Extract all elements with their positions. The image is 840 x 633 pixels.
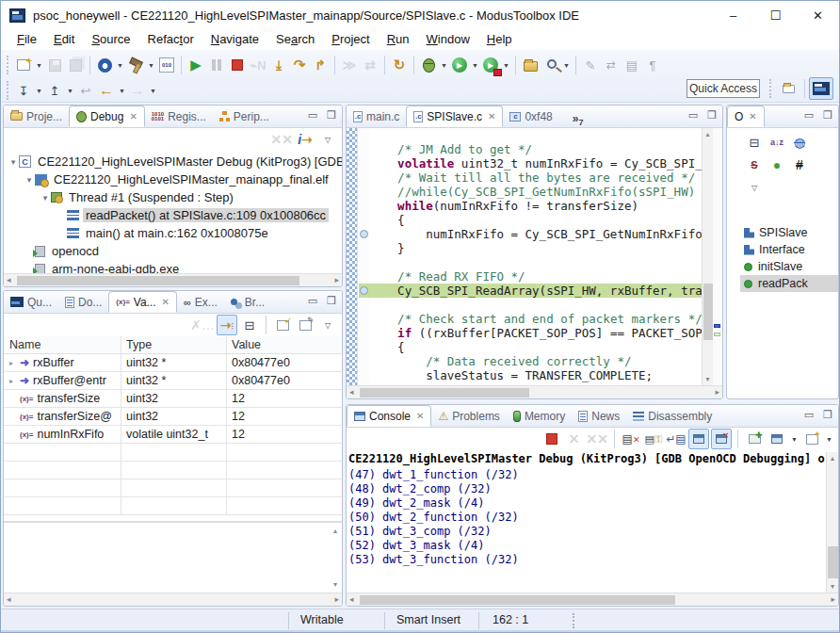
- debug-minimize-icon[interactable]: ▭: [306, 109, 319, 122]
- editor-gutter[interactable]: [359, 128, 369, 385]
- menu-help[interactable]: Help: [478, 30, 521, 49]
- variables-panel-hscrollbar[interactable]: ◂ ▸: [4, 592, 342, 606]
- outline-minimize-icon[interactable]: ▭: [802, 109, 816, 122]
- show-stdout-icon[interactable]: [688, 429, 709, 449]
- prev-annotation-dropdown-icon[interactable]: ▼: [65, 80, 75, 101]
- step-into-icon[interactable]: ⤓: [268, 55, 289, 75]
- code-line[interactable]: slaveStatus = TRANSFER_COMPLETE;: [369, 368, 702, 382]
- console-vscrollbar[interactable]: ▴ ▾: [826, 452, 838, 592]
- maximize-button[interactable]: ☐: [754, 1, 797, 29]
- editor-maximize-icon[interactable]: ❒: [705, 109, 719, 122]
- view-menu-icon[interactable]: ▽: [317, 315, 338, 335]
- editor-hscrollbar[interactable]: ◂ ▸: [347, 385, 722, 398]
- menu-source[interactable]: Source: [83, 30, 138, 49]
- debug-tab-regis[interactable]: 10100101Regis...: [145, 106, 213, 127]
- debug-maximize-icon[interactable]: ❒: [325, 109, 338, 122]
- collapse-all-icon[interactable]: ⊟: [744, 132, 765, 153]
- code-line[interactable]: /* Check start and end of packet markers…: [369, 312, 702, 326]
- back-icon[interactable]: ←: [96, 80, 117, 101]
- debug-tab-perip[interactable]: Perip...: [213, 106, 276, 127]
- modustoolbox-perspective-button[interactable]: [809, 77, 833, 100]
- instruction-step-mode-icon[interactable]: i➝: [295, 129, 315, 150]
- code-line[interactable]: numInRxFifo = Cy_SCB_SPI_GetNumInRxFifo(…: [369, 227, 702, 241]
- editor-vscrollbar[interactable]: ▴ ▾: [702, 128, 713, 385]
- code-line[interactable]: [369, 128, 702, 142]
- variable-row[interactable]: ▸➜rxBufferuint32 *0x80477e0: [4, 354, 342, 372]
- menu-navigate[interactable]: Navigate: [202, 30, 267, 49]
- tab-close-icon[interactable]: ✕: [129, 111, 137, 122]
- outline-tab-close-icon[interactable]: ✕: [749, 111, 756, 122]
- close-button[interactable]: ✕: [797, 1, 839, 29]
- code-line[interactable]: {: [369, 340, 702, 354]
- new-view-icon[interactable]: ➹: [272, 315, 293, 335]
- editor-tab-spislavec[interactable]: .cSPISlave.c✕: [406, 106, 503, 127]
- breakpoint-icon[interactable]: [360, 230, 368, 238]
- debug-config-gauge-icon[interactable]: [94, 55, 115, 75]
- variables-tab-br[interactable]: Br...: [224, 291, 271, 313]
- console-tab-news[interactable]: News: [572, 405, 626, 427]
- tab-outline[interactable]: O ✕: [727, 106, 765, 127]
- clear-console-icon[interactable]: ▤✕: [621, 429, 641, 449]
- overview-marker-green[interactable]: [714, 333, 720, 336]
- code-line[interactable]: [369, 298, 702, 312]
- show-stderr-icon[interactable]: ✕: [711, 429, 732, 449]
- quick-access-box[interactable]: Quick Access: [687, 79, 760, 98]
- search-flashlight-icon[interactable]: [541, 55, 561, 75]
- variables-tab-ex[interactable]: ∞Ex...: [177, 291, 224, 313]
- code-area[interactable]: /* JM Add to get */ volatile uint32_t nu…: [369, 128, 702, 385]
- hide-static-icon[interactable]: S: [744, 154, 765, 175]
- menu-window[interactable]: Window: [418, 30, 478, 49]
- code-line[interactable]: Cy_SCB_SPI_ReadArray(sSPI_HW, rxBuffer, …: [369, 284, 702, 298]
- pin-view-icon[interactable]: ✎: [295, 315, 315, 335]
- outline-item-interface[interactable]: Interface: [740, 241, 838, 258]
- variable-row[interactable]: (x)=transferSizeuint3212: [4, 390, 342, 408]
- menu-refactor[interactable]: Refactor: [139, 30, 202, 49]
- outline-item-initslave[interactable]: initSlave: [740, 258, 838, 275]
- build-hammer-icon[interactable]: [125, 55, 146, 75]
- column-type[interactable]: Type: [121, 336, 227, 353]
- code-line[interactable]: volatile uint32_t numInRxFifo = Cy_SCB_S…: [369, 156, 702, 170]
- variables-maximize-icon[interactable]: ❒: [325, 295, 338, 307]
- expander-icon[interactable]: ▸: [9, 377, 20, 385]
- debug-tree-item[interactable]: ▾Thread #1 (Suspended : Step): [4, 188, 342, 206]
- breakpoint-icon[interactable]: [360, 286, 368, 295]
- sort-az-icon[interactable]: a↓z: [767, 132, 787, 153]
- hide-non-public-icon[interactable]: ●: [767, 154, 787, 175]
- code-line[interactable]: if ((rxBuffer[PACKET_SOP_POS] == PACKET_…: [369, 326, 702, 340]
- run-tool-dropdown-icon[interactable]: ▼: [501, 55, 511, 75]
- debug-tree-item[interactable]: ▾CE221120_HighLevelSPIMaster_mainapp_fin…: [4, 170, 342, 188]
- expander-icon[interactable]: ▾: [24, 175, 35, 185]
- next-annotation-dropdown-icon[interactable]: ▼: [34, 80, 44, 101]
- tab-close-icon[interactable]: ✕: [488, 111, 495, 122]
- debug-tab-proje[interactable]: Proje...: [4, 106, 69, 127]
- view-menu-icon[interactable]: ▽: [744, 177, 765, 198]
- show-logical-structure-icon[interactable]: ➝⫶: [217, 315, 237, 335]
- collapse-all-icon[interactable]: ⊟: [239, 315, 260, 335]
- variables-minimize-icon[interactable]: ▭: [306, 295, 319, 307]
- run-tool-icon[interactable]: ▶: [480, 55, 501, 75]
- back-dropdown-icon[interactable]: ▼: [117, 80, 127, 101]
- new-wizard-icon[interactable]: ✦: [13, 55, 34, 75]
- menu-edit[interactable]: Edit: [45, 30, 83, 49]
- display-console-icon[interactable]: [767, 429, 787, 449]
- outline-maximize-icon[interactable]: ❒: [821, 109, 834, 122]
- code-line[interactable]: {: [369, 213, 702, 227]
- resume-icon[interactable]: ▶: [186, 55, 206, 75]
- debug-bug-icon[interactable]: [418, 55, 439, 75]
- debug-bug-dropdown-icon[interactable]: ▼: [439, 55, 449, 75]
- terminate-icon[interactable]: [227, 55, 248, 75]
- run-dropdown-icon[interactable]: ▼: [470, 55, 480, 75]
- editor-minimize-icon[interactable]: ▭: [687, 109, 700, 122]
- forward-dropdown-icon[interactable]: ▼: [148, 80, 158, 101]
- console-output[interactable]: CE221120_HighLevelSPIMaster Debug (KitPr…: [348, 452, 825, 592]
- tab-close-icon[interactable]: ✕: [416, 411, 424, 421]
- variable-row[interactable]: (x)=transferSize@uint3212: [4, 408, 342, 426]
- menu-project[interactable]: Project: [323, 30, 378, 49]
- console-tab-problems[interactable]: ⚠Problems: [431, 405, 506, 427]
- console-tab-disassembly[interactable]: Disassembly: [626, 405, 719, 427]
- variables-tab-qu[interactable]: Qu...: [4, 291, 58, 313]
- new-wizard-dropdown-icon[interactable]: ▼: [34, 55, 44, 75]
- variable-row[interactable]: (x)=numInRxFifovolatile uint32_t12: [4, 426, 342, 444]
- search-flashlight-dropdown-icon[interactable]: ▼: [561, 55, 572, 75]
- expander-icon[interactable]: ▾: [8, 157, 19, 167]
